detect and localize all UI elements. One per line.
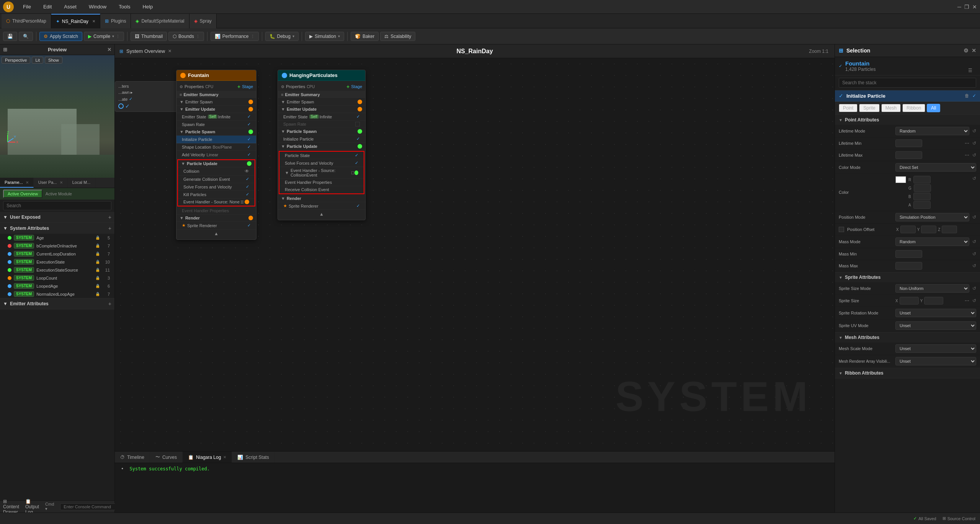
hanging-emitter-update-header[interactable]: ▼ Emitter Update — [278, 106, 365, 113]
hanging-collapse[interactable]: ▲ — [278, 210, 365, 218]
lifetime-max-input[interactable]: 1.75 — [895, 151, 922, 159]
hanging-render-header[interactable]: ▼ Render — [278, 195, 365, 202]
mass-min-reset[interactable]: ↺ — [972, 251, 976, 257]
type-tab-ribbon[interactable]: Ribbon — [902, 104, 925, 112]
hanging-particle-spawn-header[interactable]: ▼ Particle Spawn — [278, 128, 365, 135]
tab-local-modules[interactable]: Local M... — [68, 178, 96, 188]
fountain-emitter-update-header[interactable]: ▼ Emitter Update — [176, 106, 256, 113]
system-overview-close[interactable]: ✕ — [168, 49, 172, 54]
lifetime-mode-select[interactable]: Random — [895, 127, 969, 135]
color-mode-select[interactable]: Direct Set — [895, 163, 976, 172]
search-filter-icon[interactable]: ☰ — [968, 68, 972, 73]
fountain-properties-add[interactable]: + — [237, 84, 240, 90]
hanging-emitter-summary[interactable]: ≡ Emitter Summary — [278, 91, 365, 98]
mass-max-input[interactable]: 1.25 — [895, 262, 922, 270]
mass-max-reset[interactable]: ↺ — [972, 263, 976, 269]
sprite-rotation-mode-select[interactable]: Unset — [895, 309, 976, 317]
hanging-properties-row[interactable]: ⚙ Properties CPU + Stage — [278, 82, 365, 91]
thumbnail-button[interactable]: 🖼 Thumbnail — [131, 32, 167, 41]
scalability-button[interactable]: ⚖ Scalability — [380, 32, 415, 41]
fountain-render-header[interactable]: ▼ Render — [176, 215, 256, 222]
type-tab-point[interactable]: Point — [839, 104, 858, 112]
search-stack-input[interactable] — [839, 78, 976, 88]
active-overview-button[interactable]: Active Overview — [3, 190, 42, 198]
sprite-y-input[interactable]: 100.0 — [924, 297, 943, 305]
tab-timeline[interactable]: ⏱ Timeline — [115, 452, 150, 463]
tab-curves[interactable]: 〜 Curves — [150, 452, 183, 463]
toolbar-browse-button[interactable]: 🔍 — [19, 32, 33, 41]
sprite-size-mode-reset[interactable]: ↺ — [972, 286, 976, 291]
color-swatch[interactable] — [895, 176, 906, 183]
fountain-collision-eye[interactable]: 👁 — [245, 169, 249, 174]
mass-mode-reset[interactable]: ↺ — [972, 239, 976, 244]
sprite-uv-mode-select[interactable]: Unset — [895, 321, 976, 330]
params-search-input[interactable] — [3, 201, 111, 210]
selection-close-icon[interactable]: ✕ — [972, 47, 976, 54]
output-log-button[interactable]: 📋 Output Log — [25, 499, 39, 513]
pos-y-input[interactable]: 0.0 — [921, 226, 936, 233]
fountain-properties-row[interactable]: ⚙ Properties CPU + Stage — [176, 82, 256, 91]
simulation-button[interactable]: ▶ Simulation ▾ — [305, 32, 344, 41]
emitter-attributes-header[interactable]: ▼ Emitter Attributes + — [0, 298, 114, 309]
fountain-particle-spawn-header[interactable]: ▼ Particle Spawn — [176, 128, 256, 136]
position-mode-select[interactable]: Simulation Position — [895, 213, 969, 221]
close-button[interactable]: ✕ — [972, 4, 977, 10]
tab-spray[interactable]: ◈ Spray — [189, 14, 217, 28]
simulation-dropdown-icon[interactable]: ▾ — [338, 34, 340, 38]
pos-x-input[interactable]: 0.0 — [900, 226, 916, 233]
niagara-log-close[interactable]: ✕ — [223, 455, 226, 459]
tab-ns-rainday[interactable]: ✦ NS_RainDay ✕ — [51, 14, 100, 28]
menu-edit[interactable]: Edit — [40, 2, 55, 11]
tab-thirdpersonmap[interactable]: ⬡ ThirdPersonMap — [2, 14, 51, 28]
tab-ns-rainday-close[interactable]: ✕ — [92, 19, 95, 23]
menu-asset[interactable]: Asset — [61, 2, 80, 11]
mesh-renderer-select[interactable]: Unset — [895, 357, 976, 365]
hanging-particle-update-header[interactable]: ▼ Particle Update — [278, 143, 365, 150]
tab-script-stats[interactable]: 📊 Script Stats — [232, 452, 274, 463]
color-reset[interactable]: ↺ — [972, 176, 976, 181]
sprite-size-expand[interactable]: ⋯ — [965, 298, 969, 303]
tab-user-params[interactable]: User Pa... ✕ — [34, 178, 68, 188]
position-mode-reset[interactable]: ↺ — [972, 215, 976, 220]
active-module-button[interactable]: Active Module — [46, 192, 72, 196]
debug-button[interactable]: 🐛 Debug ▾ — [265, 32, 299, 41]
sprite-size-mode-select[interactable]: Non-Uniform — [895, 284, 969, 293]
bounds-button[interactable]: ⬡ Bounds ⋮ — [168, 32, 204, 41]
lifetime-min-reset[interactable]: ↺ — [972, 141, 976, 146]
hanging-properties-add[interactable]: + — [346, 84, 350, 90]
lifetime-min-input[interactable]: 1.4 — [895, 139, 922, 147]
menu-help[interactable]: Help — [139, 2, 156, 11]
fountain-emitter-spawn-row[interactable]: ▼ Emitter Spawn — [176, 98, 256, 106]
content-drawer-button[interactable]: ⊞ Content Drawer — [3, 499, 19, 513]
type-tab-mesh[interactable]: Mesh — [881, 104, 901, 112]
tab-plugins[interactable]: ⊞ Plugins — [100, 14, 131, 28]
point-attributes-header[interactable]: ▼ Point Attributes — [835, 115, 980, 125]
user-exposed-add-button[interactable]: + — [108, 214, 111, 220]
performance-button[interactable]: 📊 Performance ⋮ — [211, 32, 259, 41]
sprite-x-input[interactable]: 5.0 — [900, 297, 919, 305]
lit-button[interactable]: Lit — [32, 57, 43, 64]
parameters-tab-close[interactable]: ✕ — [26, 180, 29, 185]
init-enable-check[interactable]: ✓ — [972, 93, 976, 98]
menu-tools[interactable]: Tools — [116, 2, 133, 11]
lifetime-max-reset[interactable]: ↺ — [972, 152, 976, 158]
minimize-button[interactable]: ─ — [957, 4, 961, 10]
lifetime-mode-reset[interactable]: ↺ — [972, 128, 976, 134]
tab-default-sprite[interactable]: ◈ DefaultSpriteMaterial — [131, 14, 189, 28]
sprite-attributes-header[interactable]: ▼ Sprite Attributes — [835, 272, 980, 282]
color-b-input[interactable]: 1.0 — [913, 193, 931, 200]
emitter-attributes-add-button[interactable]: + — [108, 301, 111, 307]
type-tab-sprite[interactable]: Sprite — [859, 104, 879, 112]
command-input[interactable] — [60, 503, 120, 510]
debug-dropdown-icon[interactable]: ▾ — [292, 34, 294, 38]
mesh-scale-mode-select[interactable]: Unset — [895, 344, 976, 353]
user-params-tab-close[interactable]: ✕ — [60, 180, 63, 185]
position-offset-checkbox[interactable] — [839, 227, 844, 232]
init-delete-icon[interactable]: 🗑 — [965, 93, 969, 98]
menu-window[interactable]: Window — [86, 2, 109, 11]
restore-button[interactable]: ❐ — [964, 4, 969, 10]
ribbon-attributes-header[interactable]: ▼ Ribbon Attributes — [835, 368, 980, 378]
color-a-input[interactable]: 1.0 — [913, 201, 931, 209]
mass-min-input[interactable]: 0.75 — [895, 250, 922, 258]
fountain-emitter-summary[interactable]: ≡ Emitter Summary — [176, 91, 256, 98]
